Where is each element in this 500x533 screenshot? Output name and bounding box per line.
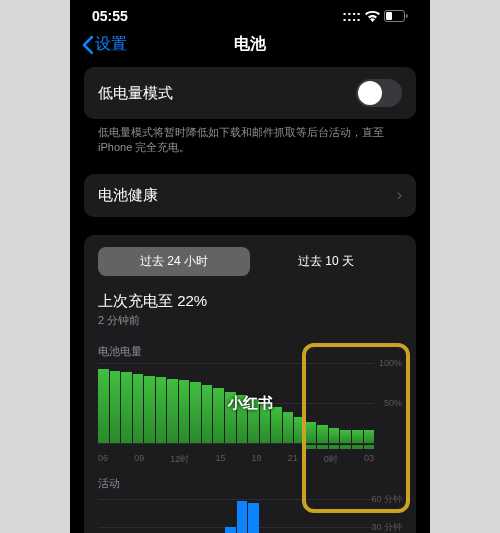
charging-segment — [190, 445, 201, 449]
back-button[interactable]: 设置 — [82, 34, 127, 55]
x-tick: 12时 — [170, 453, 189, 466]
battery-level-chart: 100% 50% 小红书 — [98, 363, 402, 443]
activity-label: 活动 — [84, 466, 416, 495]
charging-segment — [167, 445, 178, 449]
phone-frame: 05:55 :::: 设置 电池 低电量模式 低电量模式将暂时降低如下载和邮件抓… — [70, 0, 430, 533]
charging-segment — [179, 445, 190, 449]
level-bar — [179, 380, 190, 442]
level-bar — [202, 385, 213, 443]
level-bar — [271, 407, 282, 443]
level-bar — [133, 374, 144, 443]
level-bar — [364, 430, 375, 443]
activity-bar — [237, 501, 248, 533]
x-tick: 06 — [98, 453, 108, 466]
low-power-desc: 低电量模式将暂时降低如下载和邮件抓取等后台活动，直至 iPhone 完全充电。 — [84, 119, 416, 174]
x-tick: 03 — [364, 453, 374, 466]
status-indicators: :::: — [342, 8, 408, 24]
x-tick: 15 — [215, 453, 225, 466]
level-bar — [340, 430, 351, 443]
nav-bar: 设置 电池 — [70, 28, 430, 67]
level-bar — [156, 377, 167, 443]
page-title: 电池 — [234, 34, 266, 55]
charging-segment — [248, 445, 259, 449]
charging-segment — [144, 445, 155, 449]
last-charge-title: 上次充电至 22% — [98, 292, 402, 311]
charging-segment — [364, 445, 375, 449]
level-bar — [329, 428, 340, 442]
charging-segment — [156, 445, 167, 449]
x-axis: 060912时1518210时03 — [98, 453, 374, 466]
level-bar — [283, 412, 294, 442]
last-charge: 上次充电至 22% 2 分钟前 — [84, 288, 416, 334]
y-tick-100: 100% — [379, 358, 402, 368]
x-tick: 0时 — [324, 453, 338, 466]
svg-rect-1 — [386, 12, 392, 20]
signal-icon: :::: — [342, 8, 361, 24]
usage-card: 过去 24 小时 过去 10 天 上次充电至 22% 2 分钟前 电池电量 10… — [84, 235, 416, 533]
battery-health-cell[interactable]: 电池健康 › — [84, 174, 416, 217]
level-bar — [248, 399, 259, 443]
battery-icon — [384, 10, 408, 22]
status-bar: 05:55 :::: — [70, 0, 430, 28]
charging-segment — [237, 445, 248, 449]
level-bar — [317, 425, 328, 443]
toggle-knob — [358, 81, 382, 105]
last-charge-sub: 2 分钟前 — [98, 313, 402, 328]
back-label: 设置 — [95, 34, 127, 55]
time-range-segment[interactable]: 过去 24 小时 过去 10 天 — [98, 247, 402, 276]
low-power-label: 低电量模式 — [98, 84, 173, 103]
x-tick: 21 — [288, 453, 298, 466]
charging-segment — [340, 445, 351, 449]
level-bar — [260, 403, 271, 443]
charging-segment — [260, 445, 271, 449]
x-tick: 09 — [134, 453, 144, 466]
content: 低电量模式 低电量模式将暂时降低如下载和邮件抓取等后台活动，直至 iPhone … — [70, 67, 430, 533]
a-tick-30: 30 分钟 — [371, 520, 402, 533]
activity-bar — [248, 503, 259, 533]
charging-segment — [329, 445, 340, 449]
level-bar — [121, 372, 132, 442]
y-tick-50: 50% — [384, 398, 402, 408]
battery-level-label: 电池电量 — [84, 334, 416, 363]
charging-segment — [271, 445, 282, 449]
charging-segment — [294, 445, 305, 449]
level-bar — [294, 417, 305, 443]
x-tick: 18 — [252, 453, 262, 466]
chevron-right-icon: › — [397, 186, 402, 204]
level-bar — [110, 371, 121, 443]
charging-segment — [317, 445, 328, 449]
charging-segment — [202, 445, 213, 449]
svg-rect-2 — [406, 14, 408, 18]
wifi-icon — [365, 11, 380, 22]
charging-segment — [283, 445, 294, 449]
chevron-left-icon — [82, 36, 93, 54]
level-bar — [167, 379, 178, 443]
low-power-toggle[interactable] — [356, 79, 402, 107]
charging-segment — [352, 445, 363, 449]
charging-segment — [306, 445, 317, 449]
level-bar — [352, 430, 363, 443]
activity-bar — [225, 527, 236, 533]
level-bar — [98, 369, 109, 443]
level-bar — [190, 382, 201, 443]
level-bar — [225, 392, 236, 443]
segment-10d[interactable]: 过去 10 天 — [250, 247, 402, 276]
charging-segment — [121, 445, 132, 449]
charging-segment — [213, 445, 224, 449]
status-time: 05:55 — [92, 8, 128, 24]
segment-24h[interactable]: 过去 24 小时 — [98, 247, 250, 276]
battery-health-label: 电池健康 — [98, 186, 158, 205]
charging-segment — [110, 445, 121, 449]
level-bar — [144, 376, 155, 443]
charging-segment — [133, 445, 144, 449]
charging-segment — [98, 445, 109, 449]
level-bar — [213, 388, 224, 442]
level-bar — [306, 422, 317, 443]
charging-segment — [225, 445, 236, 449]
level-bar — [237, 395, 248, 443]
a-tick-60: 60 分钟 — [371, 492, 402, 505]
low-power-cell[interactable]: 低电量模式 — [84, 67, 416, 119]
activity-chart: 60 分钟 30 分钟 — [98, 499, 402, 533]
